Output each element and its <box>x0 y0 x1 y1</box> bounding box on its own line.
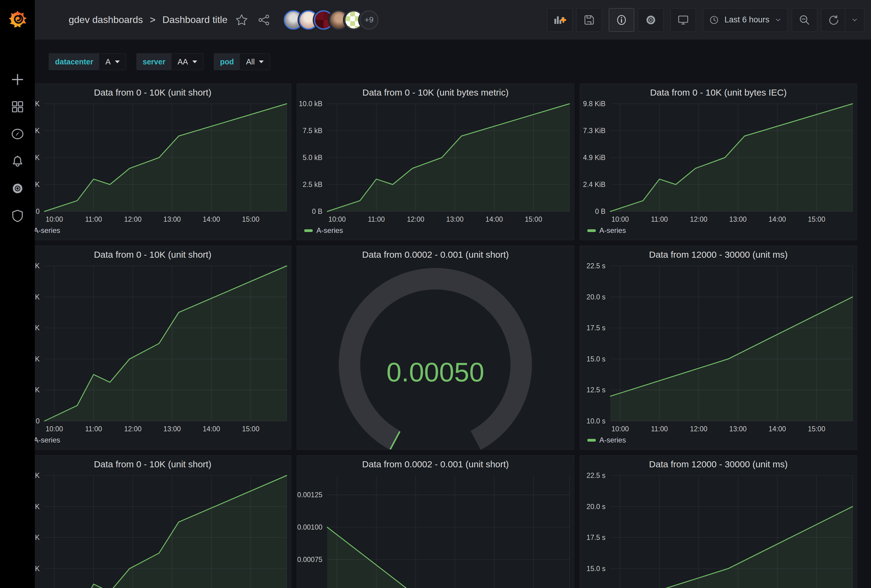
bell-alerts-icon[interactable] <box>10 154 24 168</box>
x-axis-tick-label: 13:00 <box>163 215 181 223</box>
timeseries-body[interactable]: 02.5 K5.0 K7.5 K10.0 K10:0011:0012:0013:… <box>14 101 291 225</box>
panel-title[interactable]: Data from 12000 - 30000 (unit ms) <box>580 246 857 263</box>
grafana-logo[interactable] <box>7 8 28 30</box>
variable-label: server <box>137 54 172 70</box>
chevron-down-icon <box>851 16 859 24</box>
refresh-button[interactable] <box>822 9 845 31</box>
shield-admin-icon[interactable] <box>10 209 24 223</box>
x-axis-tick-label: 15:00 <box>242 425 259 433</box>
timeseries-body[interactable]: 10.0 s12.5 s15.0 s17.5 s20.0 s22.5 s10:0… <box>580 263 857 434</box>
legend-series-label: A-series <box>316 226 343 235</box>
dashboard-settings-button[interactable] <box>638 8 663 32</box>
save-icon <box>583 13 596 26</box>
chevron-down-icon <box>192 60 197 63</box>
panel-title[interactable]: Data from 0 - 10K (unit short) <box>14 455 291 473</box>
x-axis-tick-label: 12:00 <box>407 215 425 223</box>
timeseries-body[interactable]: 02 K4 K6 K8 K10 K10:0011:0012:0013:0014:… <box>14 263 291 434</box>
timeseries-chart[interactable]: 0.000250.000500.000750.001000.0012510:00… <box>297 473 574 588</box>
panel-title[interactable]: Data from 0 - 10K (unit bytes metric) <box>297 84 574 101</box>
timeseries-body[interactable]: 10.0 s12.5 s15.0 s17.5 s20.0 s22.5 s10:0… <box>580 473 857 588</box>
timeseries-chart[interactable]: 02.5 K5.0 K7.5 K10.0 K10:0011:0012:0013:… <box>14 101 291 225</box>
panel: Data from 0 - 10K (unit bytes metric)0 B… <box>297 84 574 240</box>
avatar-group: +9 <box>284 10 379 30</box>
save-dashboard-button[interactable] <box>576 8 602 32</box>
legend-item[interactable]: A-series <box>580 225 857 240</box>
add-panel-button[interactable] <box>547 8 573 32</box>
panel-title[interactable]: Data from 12000 - 30000 (unit ms) <box>580 455 857 473</box>
dashboards-grid-icon[interactable] <box>10 100 24 114</box>
timeseries-body[interactable]: 0.000250.000500.000750.001000.0012510:00… <box>297 473 574 588</box>
plus-icon[interactable] <box>10 73 24 87</box>
panel-title[interactable]: Data from 0.0002 - 0.001 (unit short) <box>297 246 574 263</box>
panel: Data from 12000 - 30000 (unit ms)10.0 s1… <box>580 245 857 450</box>
breadcrumb-current: Dashboard title <box>162 14 227 25</box>
y-axis-tick-label: 15.0 s <box>587 355 606 363</box>
variable-label: pod <box>214 54 240 70</box>
panel: Data from 0 - 10K (unit short)02 K4 K6 K… <box>14 455 291 588</box>
legend-series-label: A-series <box>34 436 60 444</box>
legend-item[interactable]: A-series <box>297 225 574 240</box>
variable-value: A <box>105 57 111 67</box>
info-circle-icon <box>615 13 628 26</box>
timeseries-chart[interactable]: 0 B2.4 KiB4.9 KiB7.3 KiB9.8 KiB10:0011:0… <box>580 101 857 225</box>
timeseries-chart[interactable]: 02 K4 K6 K8 K10 K10:0011:0012:0013:0014:… <box>14 263 291 434</box>
x-axis-tick-label: 13:00 <box>729 215 747 223</box>
timeseries-body[interactable]: 02 K4 K6 K8 K10 K10:0011:0012:0013:0014:… <box>14 473 291 588</box>
panel: Data from 0.0002 - 0.001 (unit short)0.0… <box>297 245 574 450</box>
time-range-picker[interactable]: Last 6 hours <box>703 8 788 32</box>
x-axis-tick-label: 15:00 <box>808 215 825 223</box>
panel-title[interactable]: Data from 0 - 10K (unit short) <box>14 84 291 101</box>
topbar-actions: Last 6 hours <box>547 8 864 32</box>
timeseries-chart[interactable]: 02 K4 K6 K8 K10 K10:0011:0012:0013:0014:… <box>14 473 291 588</box>
compass-explore-icon[interactable] <box>10 127 24 141</box>
variable-value-dropdown[interactable]: All <box>240 54 270 70</box>
gauge-body[interactable]: 0.00050 <box>297 263 574 449</box>
timeseries-chart[interactable]: 10.0 s12.5 s15.0 s17.5 s20.0 s22.5 s10:0… <box>580 473 857 588</box>
avatar-overflow-badge[interactable]: +9 <box>359 10 379 30</box>
y-axis-tick-label: 12.5 s <box>587 386 606 394</box>
timeseries-body[interactable]: 0 B2.4 KiB4.9 KiB7.3 KiB9.8 KiB10:0011:0… <box>580 101 857 225</box>
dashboard-insights-button[interactable] <box>609 8 634 32</box>
y-axis-tick-label: 9.8 KiB <box>583 101 606 108</box>
panel-title[interactable]: Data from 0.0002 - 0.001 (unit short) <box>297 455 574 473</box>
y-axis-tick-label: 7.3 KiB <box>583 127 606 135</box>
legend-item[interactable]: A-series <box>14 434 291 449</box>
breadcrumb-parent[interactable]: gdev dashboards <box>69 14 143 25</box>
gear-config-icon[interactable] <box>10 181 24 195</box>
variable-value-dropdown[interactable]: A <box>99 54 126 70</box>
y-axis-tick-label: 0 <box>36 417 40 425</box>
x-axis-tick-label: 13:00 <box>446 215 464 223</box>
timeseries-chart[interactable]: 0 B2.5 kB5.0 kB7.5 kB10.0 kB10:0011:0012… <box>297 101 574 225</box>
star-icon[interactable] <box>235 13 248 26</box>
refresh-interval-dropdown[interactable] <box>845 9 864 31</box>
x-axis-tick-label: 11:00 <box>85 425 102 433</box>
variable-value-dropdown[interactable]: AA <box>172 54 203 70</box>
x-axis-tick-label: 15:00 <box>525 215 542 223</box>
x-axis-tick-label: 12:00 <box>690 215 707 223</box>
x-axis-tick-label: 11:00 <box>651 425 668 433</box>
panel-title[interactable]: Data from 0 - 10K (unit short) <box>14 246 291 263</box>
cycle-view-button[interactable] <box>670 8 696 32</box>
zoom-out-icon <box>798 13 811 26</box>
panel: Data from 0 - 10K (unit short)02 K4 K6 K… <box>14 245 291 450</box>
y-axis-tick-label: 22.5 s <box>587 473 606 479</box>
legend-series-marker <box>587 439 596 441</box>
sidebar <box>0 0 35 588</box>
gauge-value: 0.00050 <box>386 357 484 387</box>
chevron-down-icon <box>115 60 120 63</box>
x-axis-tick-label: 13:00 <box>163 425 181 433</box>
zoom-out-button[interactable] <box>792 8 817 32</box>
panel-title[interactable]: Data from 0 - 10K (unit bytes IEC) <box>580 84 857 101</box>
gauge-chart[interactable]: 0.00050 <box>297 263 574 449</box>
timeseries-body[interactable]: 0 B2.5 kB5.0 kB7.5 kB10.0 kB10:0011:0012… <box>297 101 574 225</box>
legend-item[interactable]: A-series <box>580 434 857 449</box>
template-variables: datacenter A server AA pod All <box>49 53 871 70</box>
legend-item[interactable]: A-series <box>14 225 291 240</box>
y-axis-tick-label: 22.5 s <box>587 263 606 270</box>
share-icon[interactable] <box>258 13 270 26</box>
variable-value: All <box>246 57 254 67</box>
panel: Data from 0 - 10K (unit bytes IEC)0 B2.4… <box>580 84 857 240</box>
timeseries-chart[interactable]: 10.0 s12.5 s15.0 s17.5 s20.0 s22.5 s10:0… <box>580 263 857 434</box>
x-axis-tick-label: 14:00 <box>203 215 220 223</box>
x-axis-tick-label: 14:00 <box>768 215 786 223</box>
